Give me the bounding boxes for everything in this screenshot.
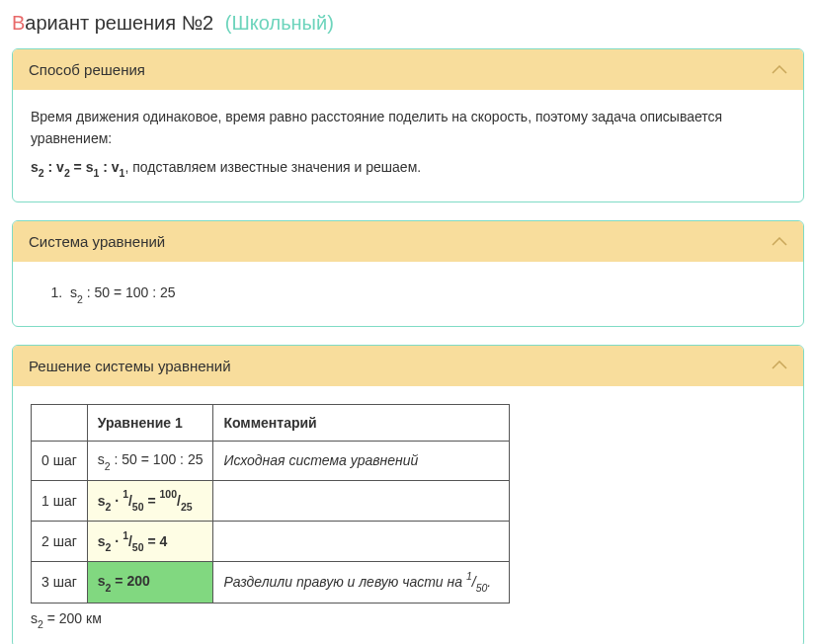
col-equation: Уравнение 1 xyxy=(87,404,213,441)
panel-method-title: Способ решения xyxy=(29,61,145,78)
table-row: 1 шаг s2 · 1/50 = 100/25 xyxy=(32,480,510,521)
step-equation: s2 : 50 = 100 : 25 xyxy=(87,442,213,481)
step-comment xyxy=(213,522,510,562)
title-level: (Школьный) xyxy=(225,12,334,34)
panel-system-title: Система уравнений xyxy=(29,233,165,250)
step-comment: Исходная система уравнений xyxy=(213,442,510,481)
panel-solution-title: Решение системы уравнений xyxy=(29,358,231,374)
panel-method-body: Время движения одинаковое, время равно р… xyxy=(13,90,803,201)
panel-system-header[interactable]: Система уравнений xyxy=(13,221,803,262)
page-title: Вариант решения №2 (Школьный) xyxy=(12,12,804,35)
table-corner xyxy=(32,404,88,441)
step-label: 3 шаг xyxy=(32,562,88,603)
step-label: 1 шаг xyxy=(32,480,88,521)
panel-method: Способ решения Время движения одинаковое… xyxy=(12,48,804,202)
panel-solution-body: Уравнение 1 Комментарий 0 шаг s2 : 50 = … xyxy=(13,386,803,644)
step-comment: Разделили правую и левую части на 1/50. xyxy=(213,562,510,603)
step-label: 2 шаг xyxy=(32,522,88,562)
table-row: 2 шаг s2 · 1/50 = 4 xyxy=(32,522,510,562)
panel-system-body: s2 : 50 = 100 : 25 xyxy=(13,262,803,326)
table-header-row: Уравнение 1 Комментарий xyxy=(32,404,510,441)
equation-item: s2 : 50 = 100 : 25 xyxy=(66,282,785,306)
method-text-1: Время движения одинаковое, время равно р… xyxy=(31,106,785,150)
step-equation: s2 · 1/50 = 4 xyxy=(87,522,213,562)
chevron-up-icon xyxy=(772,237,787,247)
chevron-up-icon xyxy=(772,65,787,75)
step-label: 0 шаг xyxy=(32,442,88,481)
method-text-2: s2 : v2 = s1 : v1, подставляем известные… xyxy=(31,156,785,181)
table-row: 0 шаг s2 : 50 = 100 : 25 Исходная систем… xyxy=(32,442,510,481)
step-equation: s2 · 1/50 = 100/25 xyxy=(87,480,213,521)
chevron-up-icon xyxy=(772,361,787,370)
panel-system: Система уравнений s2 : 50 = 100 : 25 xyxy=(12,220,804,327)
title-main: ариант решения №2 xyxy=(25,12,213,34)
title-first-letter: В xyxy=(12,12,25,34)
panel-solution: Решение системы уравнений Уравнение 1 Ко… xyxy=(12,345,804,644)
solution-table: Уравнение 1 Комментарий 0 шаг s2 : 50 = … xyxy=(31,404,510,604)
step-equation: s2 = 200 xyxy=(87,562,213,603)
col-comment: Комментарий xyxy=(213,404,510,441)
panel-method-header[interactable]: Способ решения xyxy=(13,49,803,90)
solution-result: s2 = 200 км xyxy=(31,607,785,632)
step-comment xyxy=(213,480,510,521)
equation-list: s2 : 50 = 100 : 25 xyxy=(31,282,785,306)
table-row: 3 шаг s2 = 200 Разделили правую и левую … xyxy=(32,562,510,603)
panel-solution-header[interactable]: Решение системы уравнений xyxy=(13,346,803,386)
